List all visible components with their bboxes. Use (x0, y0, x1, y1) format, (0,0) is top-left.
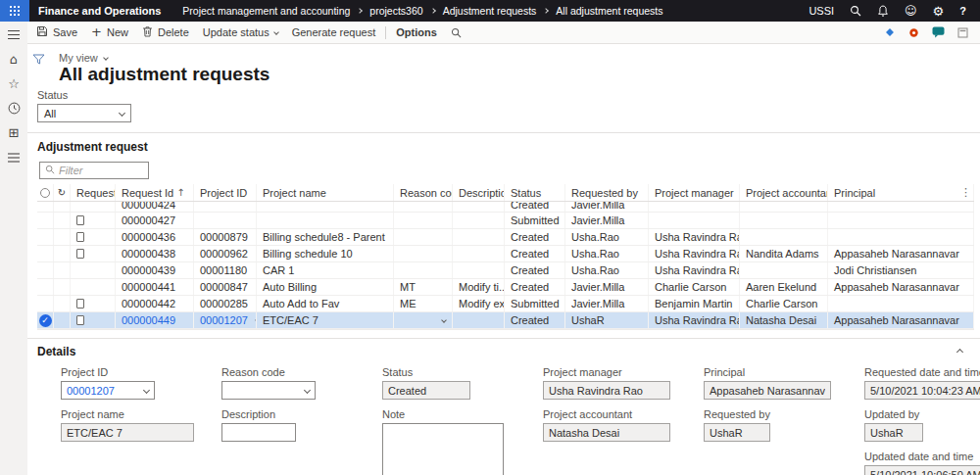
page-content: My view All adjustment requests Status A… (27, 44, 980, 475)
request-doc-cell (71, 213, 116, 228)
settings-gear-icon[interactable]: ⚙ (933, 3, 945, 19)
col-principal[interactable]: Principal (828, 184, 974, 201)
new-button[interactable]: + New (84, 22, 135, 43)
cell-request-id: 000000439 (116, 262, 194, 278)
breadcrumb-item[interactable]: projects360 (369, 5, 422, 17)
row-select-cell[interactable]: ✓ (37, 312, 54, 328)
row-refresh-cell (54, 213, 71, 228)
favorites-star-icon[interactable]: ☆ (6, 76, 22, 91)
col-request-id[interactable]: Request Id↑ (116, 184, 194, 201)
col-status[interactable]: Status (505, 184, 565, 201)
row-select-cell[interactable] (37, 246, 54, 261)
cell-status: Created (505, 229, 565, 245)
page-title: All adjustment requests (59, 64, 980, 84)
project-accountant-field (543, 423, 670, 442)
row-select-cell[interactable] (37, 296, 54, 311)
cell-requested-by: Usha.Rao (565, 262, 649, 278)
cell-project-manager: Usha Ravindra Rao (649, 312, 740, 328)
grid-header-row: ↻ Request Request Id↑ Project ID Project… (37, 184, 974, 202)
status-field (382, 381, 470, 400)
col-request[interactable]: Request (71, 184, 116, 201)
record-icon[interactable] (908, 27, 919, 38)
col-requested-by[interactable]: Requested by (565, 184, 649, 201)
company-picker[interactable]: USSI (808, 3, 834, 19)
generate-request-button[interactable]: Generate request (285, 22, 383, 43)
row-select-cell[interactable] (37, 262, 54, 278)
collapse-chevron-icon[interactable] (956, 348, 963, 355)
breadcrumb-item[interactable]: Project management and accounting (182, 5, 350, 17)
breadcrumb-item[interactable]: All adjustment requests (556, 5, 662, 17)
view-selector[interactable]: My view (59, 52, 980, 64)
delete-button[interactable]: Delete (135, 22, 196, 43)
cell-project-id: 00000962 (194, 246, 257, 261)
field-updated-by: Updated by (864, 408, 980, 442)
save-button[interactable]: Save (29, 22, 84, 43)
refresh-header[interactable]: ↻ (54, 184, 71, 201)
select-all-header[interactable] (37, 184, 54, 201)
home-icon[interactable]: ⌂ (6, 52, 22, 67)
table-row[interactable]: 00000043900001180CAR 1CreatedUsha.RaoUsh… (37, 262, 974, 279)
cell-request-id: 000000427 (116, 213, 194, 228)
row-select-cell[interactable] (37, 279, 54, 295)
options-button[interactable]: Options (389, 22, 444, 43)
cell-principal: Jodi Christiansen (828, 262, 974, 278)
cell-project-id[interactable]: 00001207 (194, 312, 257, 328)
table-row[interactable]: 00000044200000285Auto Add to FavMEModify… (37, 296, 974, 312)
col-project-manager[interactable]: Project manager (649, 184, 740, 201)
row-select-cell[interactable] (37, 229, 54, 245)
breadcrumb-item[interactable]: Adjustment requests (443, 5, 537, 17)
cell-project-name: Auto Billing (257, 279, 394, 295)
plus-icon: + (91, 27, 102, 37)
recent-clock-icon[interactable] (6, 101, 22, 116)
grid-filter-input[interactable] (59, 165, 143, 176)
menu-hamburger-icon[interactable] (6, 27, 22, 42)
cell-request-id: 000000438 (116, 246, 194, 261)
filter-funnel-icon[interactable] (32, 54, 45, 68)
table-row[interactable]: ✓00000044900001207ETC/EAC 7CreatedUshaRU… (37, 312, 974, 329)
table-row[interactable]: 000000427SubmittedJavier.Milla (37, 213, 974, 229)
help-icon[interactable]: ? (959, 3, 966, 19)
row-select-cell[interactable] (37, 213, 54, 228)
grid-options-icon[interactable]: ⋮ (960, 186, 971, 199)
search-icon[interactable] (850, 3, 861, 19)
table-row[interactable]: 00000043600000879Billing schedule8 - Par… (37, 229, 974, 246)
status-dropdown[interactable]: All (37, 104, 131, 122)
chevron-down-icon[interactable] (304, 387, 311, 394)
workspaces-grid-icon[interactable]: ⊞ (6, 125, 22, 140)
view-label: My view (59, 52, 98, 64)
col-description[interactable]: Description (453, 184, 505, 201)
request-doc-cell (71, 262, 116, 278)
status-filter: Status All (37, 89, 980, 122)
modules-list-icon[interactable] (6, 150, 22, 165)
description-field[interactable] (221, 423, 296, 442)
cell-request-id[interactable]: 000000449 (116, 312, 194, 328)
cell-project-id: 00000847 (194, 279, 257, 295)
table-row[interactable]: 000000424CreatedJavier.Milla (37, 202, 974, 213)
reason-code-combobox[interactable] (221, 381, 316, 400)
popout-window-icon[interactable] (957, 27, 968, 38)
chevron-down-icon[interactable] (441, 317, 447, 323)
col-project-id[interactable]: Project ID (194, 184, 257, 201)
table-row[interactable]: 00000044100000847Auto BillingMTModify ti… (37, 279, 974, 296)
status-label: Status (37, 89, 980, 101)
project-id-combobox[interactable]: 00001207 (61, 381, 155, 400)
update-status-button[interactable]: Update status (196, 22, 285, 43)
row-select-cell[interactable] (37, 202, 54, 213)
cell-principal: Appasaheb Narasannavar (828, 279, 974, 295)
app-launcher-button[interactable] (0, 0, 29, 22)
col-reason-code[interactable]: Reason code (394, 184, 453, 201)
note-field[interactable] (382, 423, 504, 475)
chat-icon[interactable] (932, 26, 945, 38)
cell-status: Created (505, 279, 565, 295)
col-project-accountant[interactable]: Project accountant (740, 184, 828, 201)
app-name[interactable]: Finance and Operations (38, 5, 161, 17)
col-project-name[interactable]: Project name (257, 184, 394, 201)
feedback-smiley-icon[interactable]: ☺ (905, 3, 917, 19)
table-row[interactable]: 00000043800000962Billing schedule 10Crea… (37, 246, 974, 262)
chevron-down-icon[interactable] (143, 387, 150, 394)
alerts-bell-icon[interactable] (877, 3, 889, 19)
actionbar-search-icon[interactable] (444, 22, 468, 43)
app-diamond-icon[interactable] (884, 26, 896, 38)
chevron-down-icon (103, 55, 109, 61)
updated-by-field (864, 423, 923, 442)
